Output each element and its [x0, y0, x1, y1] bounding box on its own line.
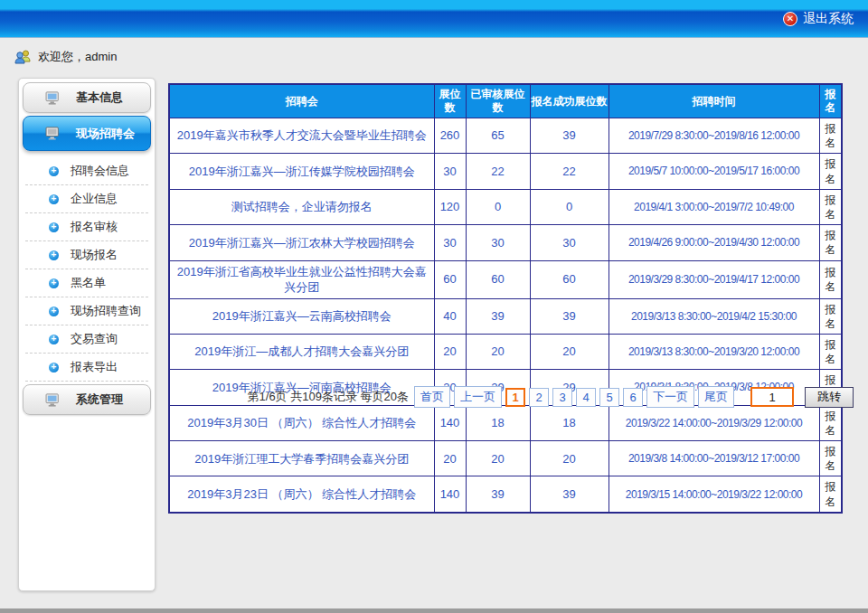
- booth-count-cell: 30: [434, 154, 466, 189]
- apply-link[interactable]: 报名: [819, 260, 842, 298]
- plus-circle-icon: +: [49, 363, 59, 373]
- fair-name-link[interactable]: 2019年浙江嘉兴—浙江农林大学校园招聘会: [169, 225, 434, 260]
- jump-button[interactable]: 跳转: [805, 387, 854, 408]
- apply-link[interactable]: 报名: [819, 154, 842, 189]
- booth-count-cell: 30: [434, 225, 466, 260]
- logout-button[interactable]: ✕ 退出系统: [783, 0, 854, 38]
- table-row: 2019年浙江理工大学春季招聘会嘉兴分团2020202019/3/8 14:00…: [169, 441, 842, 476]
- booth-count-cell: 20: [434, 441, 466, 476]
- window-bottom-edge: [0, 608, 868, 613]
- next-page-button[interactable]: 下一页: [646, 386, 694, 408]
- approved-count-cell: 39: [466, 298, 530, 334]
- fair-name-link[interactable]: 2019年浙江—成都人才招聘大会嘉兴分团: [169, 334, 434, 369]
- apply-link[interactable]: 报名: [819, 441, 842, 476]
- booth-count-cell: 20: [434, 334, 466, 369]
- fair-name-link[interactable]: 2019年3月30日 （周六） 综合性人才招聘会: [169, 405, 434, 440]
- table-row: 2019年嘉兴市秋季人才交流大会暨毕业生招聘会26065392019/7/29 …: [169, 118, 842, 154]
- table-header: 招聘会 展位数 已审核展位数 报名成功展位数 招聘时间 报名: [169, 84, 842, 118]
- recruit-time-cell: 2019/4/26 9:00:00~2019/4/30 12:00:00: [609, 225, 819, 260]
- sidebar-item-5[interactable]: +现场招聘查询: [25, 297, 148, 325]
- plus-circle-icon: +: [49, 250, 59, 260]
- page-number-buttons: 123456: [505, 388, 643, 407]
- close-circle-icon: ✕: [783, 12, 797, 26]
- sidebar-item-label: 报名审核: [71, 219, 118, 235]
- apply-link[interactable]: 报名: [819, 225, 842, 260]
- booth-count-cell: 140: [434, 405, 466, 440]
- approved-count-cell: 30: [466, 225, 530, 260]
- apply-link[interactable]: 报名: [819, 334, 842, 369]
- fair-name-link[interactable]: 2019年浙江嘉兴—云南高校招聘会: [169, 298, 434, 334]
- fair-name-link[interactable]: 2019年浙江嘉兴—浙江传媒学院校园招聘会: [169, 154, 434, 189]
- table-row: 2019年浙江省高校毕业生就业公益性招聘大会嘉兴分团6060602019/3/2…: [169, 260, 842, 298]
- recruit-time-cell: 2019/3/13 8:30:00~2019/4/2 15:30:00: [609, 298, 819, 334]
- plus-circle-icon: +: [49, 335, 59, 344]
- col-header-booth-count: 展位数: [434, 84, 466, 118]
- sidebar-item-label: 交易查询: [71, 331, 118, 347]
- col-header-time: 招聘时间: [609, 84, 819, 118]
- apply-link[interactable]: 报名: [819, 118, 842, 154]
- sidebar-button-label: 基本信息: [76, 90, 123, 106]
- approved-count-cell: 60: [466, 260, 530, 298]
- page-button-1[interactable]: 1: [505, 388, 525, 407]
- fair-name-link[interactable]: 2019年嘉兴市秋季人才交流大会暨毕业生招聘会: [169, 118, 434, 154]
- table-row: 2019年浙江—成都人才招聘大会嘉兴分团2020202019/3/13 8:30…: [169, 334, 842, 369]
- sidebar-item-2[interactable]: +报名审核: [25, 213, 148, 241]
- first-page-button[interactable]: 首页: [414, 386, 450, 408]
- page-button-4[interactable]: 4: [576, 388, 596, 407]
- apply-link[interactable]: 报名: [819, 298, 842, 334]
- monitor-icon: [45, 91, 61, 105]
- approved-count-cell: 0: [466, 189, 530, 224]
- prev-page-button[interactable]: 上一页: [454, 386, 502, 408]
- sidebar-item-3[interactable]: +现场报名: [25, 241, 148, 269]
- jump-page-input[interactable]: [750, 387, 794, 407]
- recruit-time-cell: 2019/3/8 14:00:00~2019/3/12 17:00:00: [609, 441, 819, 476]
- sidebar-item-4[interactable]: +黑名单: [25, 269, 148, 297]
- plus-circle-icon: +: [49, 278, 59, 288]
- fair-name-link[interactable]: 测试招聘会，企业请勿报名: [169, 189, 434, 224]
- page-button-2[interactable]: 2: [529, 388, 549, 407]
- sidebar-item-label: 黑名单: [71, 275, 106, 291]
- sidebar-subitems: +招聘会信息+企业信息+报名审核+现场报名+黑名单+现场招聘查询+交易查询+报表…: [22, 154, 152, 383]
- approved-count-cell: 65: [466, 118, 530, 154]
- top-bar: ✕ 退出系统: [0, 0, 868, 38]
- sidebar-button-basic-info[interactable]: 基本信息: [23, 82, 151, 113]
- sidebar-item-label: 报表导出: [71, 359, 118, 375]
- sidebar-item-7[interactable]: +报表导出: [25, 354, 148, 382]
- apply-link[interactable]: 报名: [819, 476, 842, 513]
- table-row: 测试招聘会，企业请勿报名120002019/4/1 3:00:00~2019/7…: [169, 189, 842, 224]
- sidebar-button-onsite-fair[interactable]: 现场招聘会: [23, 116, 151, 151]
- success-count-cell: 22: [530, 154, 609, 189]
- success-count-cell: 39: [530, 118, 609, 154]
- sidebar-item-6[interactable]: +交易查询: [25, 325, 148, 354]
- last-page-button[interactable]: 尾页: [698, 386, 734, 408]
- success-count-cell: 39: [530, 298, 609, 334]
- fair-name-link[interactable]: 2019年浙江省高校毕业生就业公益性招聘大会嘉兴分团: [169, 260, 434, 298]
- booth-count-cell: 120: [434, 189, 466, 224]
- plus-circle-icon: +: [49, 194, 59, 204]
- apply-link[interactable]: 报名: [819, 405, 842, 440]
- table-row: 2019年3月23日 （周六） 综合性人才招聘会14039392019/3/15…: [169, 476, 842, 513]
- table-row: 2019年3月30日 （周六） 综合性人才招聘会14018182019/3/22…: [169, 405, 842, 440]
- sidebar-item-label: 招聘会信息: [71, 163, 129, 179]
- sidebar-item-0[interactable]: +招聘会信息: [25, 157, 148, 185]
- fair-name-link[interactable]: 2019年3月23日 （周六） 综合性人才招聘会: [169, 476, 434, 513]
- plus-circle-icon: +: [49, 166, 59, 176]
- page-button-6[interactable]: 6: [623, 388, 643, 407]
- success-count-cell: 0: [530, 189, 609, 224]
- page-button-5[interactable]: 5: [599, 388, 619, 407]
- sidebar-button-system-admin[interactable]: 系统管理: [23, 384, 151, 415]
- approved-count-cell: 39: [466, 476, 530, 513]
- monitor-icon: [45, 393, 61, 407]
- booth-count-cell: 60: [434, 260, 466, 298]
- sidebar-item-1[interactable]: +企业信息: [25, 185, 148, 213]
- table-row: 2019年浙江嘉兴—浙江传媒学院校园招聘会3022222019/5/7 10:0…: [169, 154, 842, 189]
- success-count-cell: 60: [530, 260, 609, 298]
- approved-count-cell: 22: [466, 154, 530, 189]
- fair-name-link[interactable]: 2019年浙江理工大学春季招聘会嘉兴分团: [169, 441, 434, 476]
- col-header-approved-count: 已审核展位数: [466, 84, 530, 118]
- recruit-time-cell: 2019/7/29 8:30:00~2019/8/16 12:00:00: [609, 118, 819, 154]
- success-count-cell: 20: [530, 441, 609, 476]
- success-count-cell: 18: [530, 405, 609, 440]
- apply-link[interactable]: 报名: [819, 189, 842, 224]
- page-button-3[interactable]: 3: [552, 388, 572, 407]
